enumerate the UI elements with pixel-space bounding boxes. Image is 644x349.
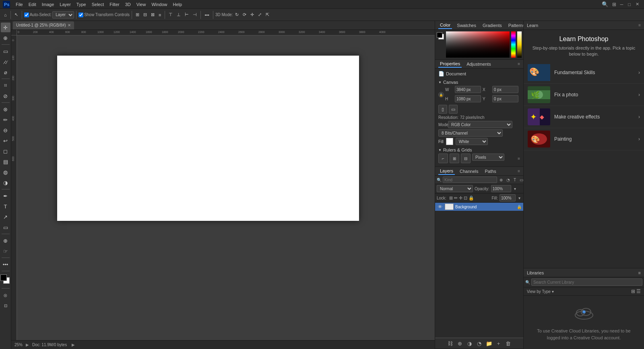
opacity-input[interactable] [491, 185, 511, 192]
screen-mode-btn[interactable]: ⊡ [1, 301, 10, 310]
move-tool-arrow[interactable]: ↖ [13, 11, 20, 18]
align-vdistribute[interactable]: ⊣ [191, 11, 198, 18]
blur-tool[interactable]: ◍ [1, 167, 10, 177]
lib-grid-view-btn[interactable]: ⊞ [631, 289, 635, 294]
shape-tool[interactable]: ▭ [1, 222, 10, 232]
learn-item-painting[interactable]: 🎨 Painting › [524, 128, 644, 150]
learn-item-fundamental[interactable]: 🎨 Fundamental Skills › [524, 62, 644, 84]
lock-aspect-btn[interactable]: 🔒 [438, 92, 444, 98]
canvas-section-header[interactable]: ▼ Canvas [438, 79, 520, 86]
view-by-type-dropdown[interactable]: View by Type ▾ [527, 289, 554, 294]
align-distribute[interactable]: ≡ [157, 12, 163, 18]
lock-all-btn[interactable]: 🔒 [469, 195, 474, 201]
fg-color-small[interactable] [437, 32, 442, 38]
auto-select-dropdown[interactable]: Layer [52, 11, 74, 19]
color-brightness-bar[interactable] [517, 31, 522, 58]
libraries-search-input[interactable] [531, 278, 642, 286]
marquee-tool[interactable]: ▭ [1, 46, 10, 56]
status-arrow[interactable]: ▶ [26, 343, 29, 347]
path-select[interactable]: ↗ [1, 212, 10, 222]
foreground-color-swatch[interactable] [0, 274, 7, 281]
history-brush[interactable]: ↩ [1, 136, 10, 145]
add-mask-btn[interactable]: ◑ [466, 339, 474, 347]
menu-help[interactable]: Help [170, 1, 185, 8]
menu-type[interactable]: Type [74, 1, 89, 8]
lock-artboard-btn[interactable]: ⊡ [464, 195, 467, 201]
menu-edit[interactable]: Edit [26, 1, 39, 8]
show-transform-checkbox[interactable] [78, 12, 83, 17]
fill-dropdown[interactable]: White [456, 138, 488, 145]
menu-window[interactable]: Window [149, 1, 170, 8]
height-input[interactable] [455, 95, 481, 102]
color-swatch-small[interactable] [437, 32, 444, 40]
filter-pixel-btn[interactable]: ⊕ [498, 177, 504, 183]
align-left[interactable]: ⊞ [134, 11, 141, 18]
tab-gradients[interactable]: Gradients [481, 22, 504, 29]
search-icon-menu[interactable]: 🔍 [599, 0, 611, 8]
lock-image-btn[interactable]: ✏ [454, 195, 458, 201]
x-input[interactable] [492, 86, 518, 93]
props-panel-menu[interactable]: ≡ [518, 62, 520, 66]
add-adjustment-btn[interactable]: ◔ [475, 339, 483, 347]
eraser-tool[interactable]: ◻ [1, 146, 10, 156]
stamp-tool[interactable]: ⊖ [1, 125, 10, 135]
learn-item-fixphoto[interactable]: 🌿 Fix a photo › [524, 84, 644, 106]
rulers-options-btn[interactable]: ≡ [518, 154, 520, 163]
opacity-arrow[interactable]: ▾ [513, 186, 517, 191]
color-gradient-picker[interactable] [446, 31, 510, 58]
filter-shape-btn[interactable]: ▭ [518, 177, 523, 183]
bit-depth-dropdown[interactable]: 8 Bits/Channel [438, 129, 503, 137]
ruler-corner-btn[interactable]: ⌐ [438, 154, 448, 163]
scale-3d[interactable]: ⇱ [264, 11, 271, 18]
type-tool[interactable]: T [1, 202, 10, 211]
layers-panel-menu[interactable]: ≡ [518, 169, 520, 173]
tab-close-icon[interactable]: ✕ [68, 23, 71, 27]
lasso-tool[interactable]: ⌭ [1, 57, 10, 66]
tab-adjustments[interactable]: Adjustments [465, 61, 493, 67]
hand-tool[interactable]: ☞ [1, 246, 10, 256]
fill-color-swatch[interactable] [446, 138, 453, 145]
healing-tool[interactable]: ⊛ [1, 104, 10, 114]
lib-list-view-btn[interactable]: ☰ [636, 289, 641, 294]
add-group-btn[interactable]: 📁 [485, 339, 493, 347]
menu-view[interactable]: View [134, 1, 149, 8]
extra-tools[interactable]: ••• [1, 260, 10, 269]
y-input[interactable] [492, 95, 518, 102]
menu-file[interactable]: File [13, 1, 26, 8]
fill-pct-input[interactable] [500, 194, 516, 202]
portrait-btn[interactable]: ▯ [438, 105, 447, 114]
align-bottom[interactable]: ⊢ [183, 11, 190, 18]
align-right[interactable]: ⊠ [149, 11, 156, 18]
learn-item-creative[interactable]: ✦◆ Make creative effects › [524, 106, 644, 128]
minimize-btn[interactable]: ─ [618, 1, 626, 8]
home-button[interactable]: ⌂ [2, 12, 8, 18]
align-vcenter[interactable]: ⊥ [175, 11, 182, 18]
layers-search-input[interactable] [443, 177, 497, 183]
move-tool[interactable]: ✛ [1, 23, 10, 32]
eyedropper-tool[interactable]: ⊘ [1, 91, 10, 101]
zoom-tool[interactable]: ⊕ [1, 236, 10, 245]
tab-color[interactable]: Color [438, 22, 452, 29]
canvas-viewport[interactable] [17, 35, 435, 340]
dodge-tool[interactable]: ◑ [1, 178, 10, 187]
menu-3d[interactable]: 3D [122, 1, 134, 8]
landscape-btn[interactable]: ▭ [449, 105, 458, 114]
align-top[interactable]: ⊤ [167, 11, 174, 18]
slide-3d[interactable]: ⤢ [256, 11, 263, 18]
blend-mode-select[interactable]: Normal [437, 185, 473, 192]
brush-tool[interactable]: ✏ [1, 115, 10, 125]
maximize-btn[interactable]: □ [625, 1, 633, 8]
align-center-h[interactable]: ⊟ [142, 11, 149, 18]
tab-swatches[interactable]: Swatches [455, 22, 478, 29]
crop-tool[interactable]: ⌗ [1, 81, 10, 90]
tab-layers[interactable]: Layers [438, 168, 455, 175]
tab-paths[interactable]: Paths [483, 168, 498, 174]
pen-tool[interactable]: ✒ [1, 191, 10, 201]
document-tab[interactable]: Untitled-1 @ 25% (RGB/8#) ✕ [13, 21, 74, 29]
color-spectrum-bar[interactable] [511, 31, 516, 58]
filter-adj-btn[interactable]: ◔ [505, 177, 511, 183]
add-layer-btn[interactable]: + [495, 339, 503, 347]
fill-pct-arrow[interactable]: ▾ [517, 195, 522, 201]
auto-select-checkbox[interactable] [24, 12, 29, 17]
width-input[interactable] [455, 86, 481, 93]
